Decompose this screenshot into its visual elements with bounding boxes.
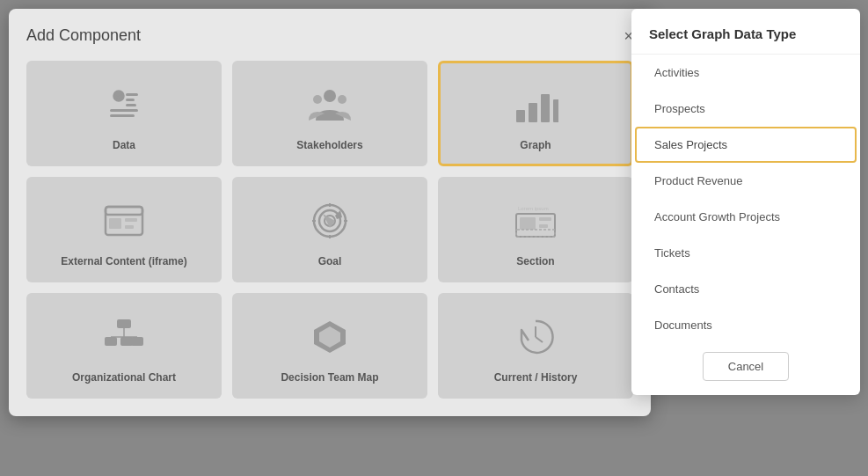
tile-current-history-icon — [516, 310, 555, 364]
tile-decision-team-icon — [310, 310, 349, 364]
tile-goal-icon — [310, 194, 349, 248]
dropdown-item-account-growth[interactable]: Account Growth Projects — [635, 199, 857, 235]
tile-external-content-icon — [102, 194, 146, 248]
svg-point-9 — [338, 95, 346, 104]
tile-graph-icon — [513, 77, 558, 132]
dropdown-item-activities[interactable]: Activities — [635, 55, 857, 91]
modal-header: Add Component × — [26, 26, 633, 45]
tile-org-chart[interactable]: Organizational Chart — [26, 293, 222, 399]
tile-graph[interactable]: Graph — [438, 61, 633, 166]
svg-rect-16 — [109, 218, 121, 229]
tile-org-chart-icon — [101, 310, 147, 364]
tile-goal[interactable]: Goal — [232, 177, 427, 282]
svg-rect-30 — [120, 337, 133, 346]
components-grid: Data Stakeholders — [26, 61, 633, 399]
tile-decision-team-label: Decision Team Map — [281, 371, 378, 384]
svg-rect-15 — [106, 207, 142, 215]
tile-data[interactable]: Data — [26, 61, 222, 166]
dropdown-item-contacts[interactable]: Contacts — [635, 271, 857, 307]
svg-rect-5 — [110, 114, 135, 117]
dropdown-item-documents[interactable]: Documents — [635, 307, 857, 343]
tile-stakeholders-icon — [307, 77, 353, 132]
svg-rect-11 — [529, 103, 537, 122]
tile-decision-team[interactable]: Decision Team Map — [232, 293, 427, 399]
modal-title: Add Component — [26, 26, 141, 45]
tile-current-history[interactable]: Current / History — [438, 293, 633, 399]
svg-rect-4 — [110, 109, 138, 112]
cancel-button[interactable]: Cancel — [703, 352, 789, 381]
dropdown-item-tickets[interactable]: Tickets — [635, 235, 857, 271]
svg-rect-13 — [553, 99, 558, 122]
tile-section[interactable]: Lorem ipsum Section — [438, 177, 633, 282]
svg-rect-29 — [105, 337, 117, 346]
svg-rect-2 — [126, 99, 135, 101]
svg-rect-1 — [126, 93, 138, 96]
tile-data-label: Data — [113, 139, 135, 151]
svg-rect-28 — [117, 319, 131, 328]
svg-rect-17 — [125, 218, 137, 222]
dropdown-item-prospects[interactable]: Prospects — [635, 91, 857, 127]
tile-stakeholders-label: Stakeholders — [296, 139, 362, 151]
tile-external-content-label: External Content (iframe) — [61, 255, 186, 267]
svg-rect-10 — [516, 110, 525, 122]
svg-text:Lorem ipsum: Lorem ipsum — [518, 206, 549, 211]
svg-rect-27 — [516, 230, 555, 237]
modal-overlay: Add Component × — [0, 0, 868, 476]
svg-point-8 — [313, 95, 322, 104]
tile-org-chart-label: Organizational Chart — [72, 371, 176, 384]
tile-section-icon: Lorem ipsum — [513, 194, 558, 248]
dropdown-item-product-revenue[interactable]: Product Revenue — [635, 163, 857, 199]
graph-data-type-dropdown: Select Graph Data Type Activities Prospe… — [631, 9, 860, 395]
svg-rect-25 — [539, 217, 551, 221]
svg-rect-26 — [539, 224, 548, 228]
svg-line-40 — [536, 337, 543, 342]
tile-stakeholders[interactable]: Stakeholders — [232, 61, 427, 166]
tile-graph-label: Graph — [520, 139, 551, 151]
tile-goal-label: Goal — [318, 255, 342, 267]
dropdown-title: Select Graph Data Type — [631, 26, 860, 55]
svg-rect-18 — [125, 225, 134, 229]
tile-current-history-label: Current / History — [494, 371, 578, 384]
svg-rect-24 — [520, 217, 536, 230]
add-component-modal: Add Component × — [9, 9, 651, 416]
tile-data-icon — [103, 77, 145, 132]
tile-external-content[interactable]: External Content (iframe) — [26, 177, 222, 282]
svg-rect-12 — [541, 94, 550, 122]
dropdown-item-sales-projects[interactable]: Sales Projects — [635, 127, 857, 163]
svg-rect-3 — [126, 104, 136, 106]
svg-point-7 — [324, 90, 336, 102]
svg-rect-31 — [131, 337, 143, 346]
tile-section-label: Section — [516, 255, 554, 267]
